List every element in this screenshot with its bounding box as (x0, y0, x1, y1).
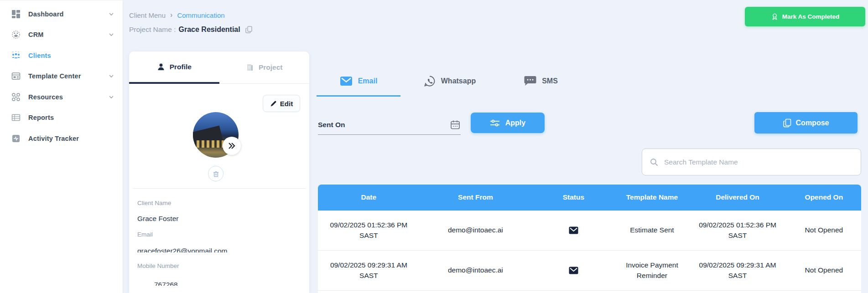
tab-email[interactable]: Email (317, 67, 400, 97)
sms-icon (524, 76, 536, 86)
sidebar-item-reports[interactable]: Reports (0, 108, 123, 129)
tab-project[interactable]: Project (219, 51, 310, 84)
tab-project-label: Project (259, 63, 283, 72)
whatsapp-icon (424, 75, 436, 87)
table-row-partial (318, 291, 861, 293)
sidebar-item-label: Activity Tracker (28, 135, 114, 142)
table-header-row: Date Sent From Status Template Name Deli… (318, 185, 861, 211)
profile-card-tabs: Profile Project (129, 51, 309, 84)
mark-as-completed-label: Mark As Completed (782, 13, 840, 20)
column-header-status: Status (531, 192, 616, 202)
email-label: Email (137, 231, 153, 238)
clients-icon: *** (11, 51, 21, 61)
svg-text:*: * (12, 51, 13, 53)
cell-date: 09/02/2025 01:52:36 PM SAST (318, 220, 420, 241)
cell-opened-on: Not Opened (787, 265, 861, 275)
envelope-icon (569, 226, 578, 234)
compose-button[interactable]: Compose (754, 112, 858, 134)
sidebar-item-label: Dashboard (28, 10, 108, 18)
apply-button[interactable]: Apply (471, 113, 545, 133)
email-icon (340, 76, 353, 86)
cell-date: 09/02/2025 09:29:31 AM SAST (318, 260, 420, 281)
column-header-sent-from: Sent From (420, 192, 531, 202)
table-row[interactable]: 09/02/2025 01:52:36 PM SAST demo@intoaec… (318, 211, 861, 251)
tab-profile[interactable]: Profile (129, 51, 219, 84)
search-icon (650, 158, 659, 167)
breadcrumb: Client Menu › Communication (129, 11, 225, 19)
cell-sent-from: demo@intoaec.ai (420, 265, 531, 275)
tab-email-label: Email (358, 77, 378, 85)
cell-delivered-on: 09/02/2025 09:29:31 AM SAST (688, 260, 787, 281)
profile-card: Profile Project Edit Client Name Grace F… (129, 51, 309, 293)
sent-on-label: Sent On (318, 121, 345, 129)
project-name-value: Grace Residential (179, 26, 240, 34)
dashboard-icon (11, 9, 21, 19)
breadcrumb-communication[interactable]: Communication (177, 11, 224, 19)
main-content: Client Menu › Communication Project Name… (123, 0, 868, 293)
client-name-value: Grace Foster (137, 215, 178, 223)
activity-tracker-icon (11, 134, 21, 144)
breadcrumb-client-menu[interactable]: Client Menu (129, 11, 166, 19)
svg-text:*: * (16, 51, 16, 53)
pencil-icon (270, 100, 277, 107)
column-header-date: Date (318, 192, 420, 202)
sidebar-item-label: Clients (28, 52, 114, 59)
crm-icon (11, 30, 21, 40)
person-icon (157, 63, 165, 71)
copy-icon[interactable] (245, 26, 253, 34)
template-center-icon (11, 71, 21, 81)
cell-status (531, 267, 616, 274)
sidebar-item-resources[interactable]: Resources (0, 87, 123, 108)
table-row[interactable]: 09/02/2025 09:29:31 AM SAST demo@intoaec… (318, 251, 861, 291)
mobile-number-value: 767268 (154, 281, 178, 286)
delete-avatar-button[interactable] (208, 166, 223, 181)
cell-template-name: Estimate Sent (616, 225, 689, 235)
cell-template-name: Invoice Payment Reminder (616, 260, 689, 281)
client-name-label: Client Name (137, 200, 171, 206)
project-name-line: Project Name : Grace Residential (129, 26, 253, 34)
edit-button[interactable]: Edit (263, 95, 300, 112)
tab-whatsapp[interactable]: Whatsapp (408, 67, 492, 97)
resources-icon (11, 92, 21, 102)
card-divider (133, 188, 306, 189)
breadcrumb-separator-icon: › (170, 11, 172, 19)
email-value: gracefoster26@yopmail.com (137, 247, 228, 252)
column-header-delivered-on: Delivered On (688, 192, 787, 202)
channel-tabs: Email Whatsapp SMS (317, 67, 590, 97)
cell-sent-from: demo@intoaec.ai (420, 225, 531, 235)
sidebar-item-dashboard[interactable]: Dashboard (0, 4, 123, 25)
search-template-input[interactable] (664, 158, 853, 166)
expand-avatar-button[interactable] (223, 137, 241, 155)
tab-sms-label: SMS (542, 77, 558, 85)
double-chevron-right-icon (227, 141, 236, 150)
apply-button-label: Apply (505, 119, 525, 127)
email-table: Date Sent From Status Template Name Deli… (318, 185, 861, 293)
sidebar: Dashboard CRM *** Clients Template Cente… (0, 0, 123, 293)
tab-profile-label: Profile (170, 63, 192, 71)
chevron-down-icon (108, 94, 114, 100)
cell-opened-on: Not Opened (787, 225, 861, 235)
mark-as-completed-button[interactable]: Mark As Completed (745, 7, 865, 26)
envelope-icon (569, 267, 578, 274)
sidebar-item-label: Template Center (28, 72, 108, 80)
sidebar-item-crm[interactable]: CRM (0, 25, 123, 46)
sidebar-item-activity-tracker[interactable]: Activity Tracker (0, 128, 123, 149)
column-header-template-name: Template Name (616, 192, 689, 202)
sent-on-date-input[interactable]: Sent On (318, 115, 461, 135)
mobile-number-label: Mobile Number (137, 262, 179, 269)
sidebar-item-label: Reports (28, 114, 114, 121)
chevron-down-icon (108, 31, 114, 38)
sidebar-item-label: Resources (28, 93, 108, 101)
sliders-icon (490, 119, 500, 127)
column-header-opened-on: Opened On (787, 192, 861, 202)
compose-button-label: Compose (796, 119, 829, 127)
cell-status (531, 226, 616, 234)
tab-sms[interactable]: SMS (499, 67, 583, 97)
sidebar-item-clients[interactable]: *** Clients (0, 45, 123, 66)
sidebar-item-template-center[interactable]: Template Center (0, 66, 123, 87)
chevron-down-icon (108, 73, 114, 79)
cell-delivered-on: 09/02/2025 01:52:36 PM SAST (688, 220, 787, 241)
svg-text:*: * (18, 51, 19, 53)
reports-icon (11, 113, 21, 123)
calendar-icon[interactable] (450, 119, 461, 130)
